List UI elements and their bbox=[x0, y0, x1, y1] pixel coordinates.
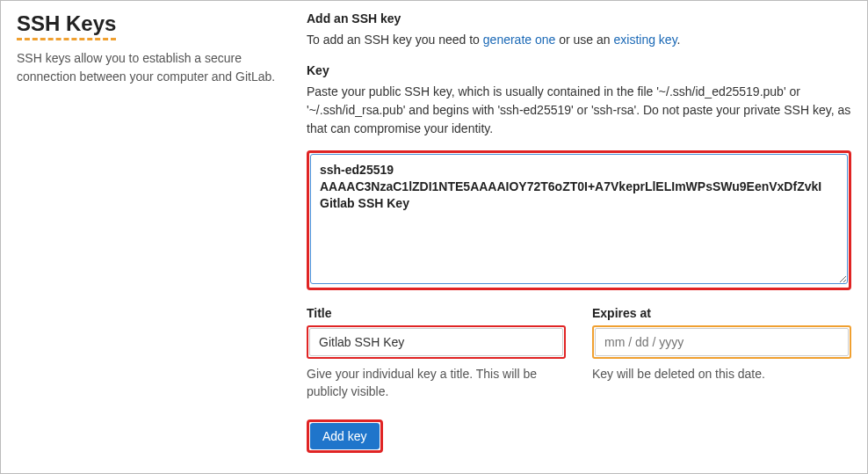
expires-help-text: Key will be deleted on this date. bbox=[592, 366, 851, 383]
key-label: Key bbox=[307, 63, 851, 77]
expires-label: Expires at bbox=[592, 306, 851, 320]
instruction-text: To add an SSH key you need to generate o… bbox=[307, 31, 851, 49]
existing-key-link[interactable]: existing key bbox=[614, 33, 677, 47]
key-textarea[interactable] bbox=[310, 154, 848, 284]
add-key-highlight: Add key bbox=[307, 419, 383, 453]
instruction-suffix: . bbox=[677, 33, 681, 47]
title-expires-row: Title Give your individual key a title. … bbox=[307, 306, 851, 400]
instruction-mid: or use an bbox=[555, 33, 613, 47]
title-input-highlight bbox=[307, 325, 566, 359]
left-column: SSH Keys SSH keys allow you to establish… bbox=[17, 11, 280, 463]
settings-panel: SSH Keys SSH keys allow you to establish… bbox=[0, 0, 868, 474]
key-help-text: Paste your public SSH key, which is usua… bbox=[307, 83, 851, 138]
generate-one-link[interactable]: generate one bbox=[483, 33, 556, 47]
right-column: Add an SSH key To add an SSH key you nee… bbox=[307, 11, 851, 463]
expires-column: Expires at Key will be deleted on this d… bbox=[592, 306, 851, 400]
title-input[interactable] bbox=[309, 328, 563, 356]
title-column: Title Give your individual key a title. … bbox=[307, 306, 566, 400]
page-title: SSH Keys bbox=[17, 11, 116, 40]
title-label: Title bbox=[307, 306, 566, 320]
section-title: Add an SSH key bbox=[307, 11, 851, 26]
add-key-button[interactable]: Add key bbox=[310, 423, 380, 449]
expires-input-highlight bbox=[592, 325, 851, 359]
expires-input[interactable] bbox=[595, 328, 849, 356]
title-help-text: Give your individual key a title. This w… bbox=[307, 366, 566, 400]
page-description: SSH keys allow you to establish a secure… bbox=[17, 49, 280, 86]
instruction-prefix: To add an SSH key you need to bbox=[307, 33, 483, 47]
key-textarea-highlight bbox=[307, 150, 851, 290]
